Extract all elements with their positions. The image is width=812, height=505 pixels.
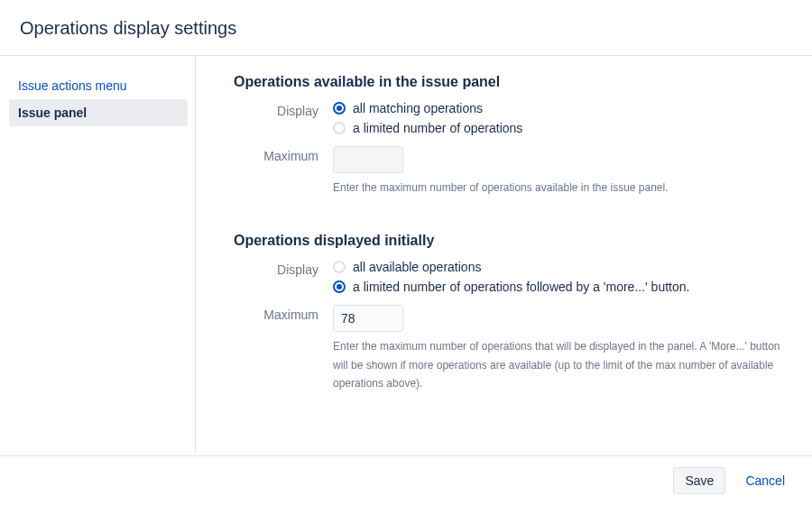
- page-title: Operations display settings: [20, 18, 792, 39]
- sidebar-item-issue-actions-menu[interactable]: Issue actions menu: [9, 72, 188, 99]
- dialog-body: Issue actions menu Issue panel Operation…: [0, 56, 812, 453]
- help-text-available: Enter the maximum number of operations a…: [333, 179, 785, 197]
- input-maximum-initial[interactable]: [333, 305, 403, 332]
- dialog-header: Operations display settings: [0, 0, 812, 55]
- cancel-button[interactable]: Cancel: [734, 467, 796, 494]
- label-maximum-1: Maximum: [234, 146, 333, 163]
- radio-all-matching[interactable]: all matching operations: [333, 101, 785, 115]
- radio-label: a limited number of operations followed …: [353, 280, 689, 294]
- radio-icon: [333, 122, 346, 134]
- radio-icon: [333, 102, 346, 115]
- radio-icon: [333, 261, 346, 273]
- section-title-initial: Operations displayed initially: [234, 233, 785, 249]
- section-title-available: Operations available in the issue panel: [234, 74, 785, 90]
- radio-all-available[interactable]: all available operations: [333, 260, 785, 274]
- radio-label: a limited number of operations: [353, 121, 522, 135]
- save-button[interactable]: Save: [673, 467, 725, 494]
- sidebar: Issue actions menu Issue panel: [0, 56, 196, 453]
- main-content: Operations available in the issue panel …: [196, 56, 812, 453]
- help-text-initial: Enter the maximum number of operations t…: [333, 337, 785, 392]
- radio-icon: [333, 280, 346, 293]
- label-display-2: Display: [234, 260, 333, 277]
- dialog-footer: Save Cancel: [0, 455, 812, 505]
- radio-label: all matching operations: [353, 101, 483, 115]
- radio-limited-1[interactable]: a limited number of operations: [333, 121, 785, 135]
- label-display-1: Display: [234, 101, 333, 118]
- label-maximum-2: Maximum: [234, 305, 333, 322]
- input-maximum-available: [333, 146, 403, 173]
- section-available-operations: Operations available in the issue panel …: [234, 74, 785, 197]
- section-displayed-initially: Operations displayed initially Display a…: [234, 233, 785, 392]
- sidebar-item-issue-panel[interactable]: Issue panel: [9, 99, 188, 126]
- radio-limited-2[interactable]: a limited number of operations followed …: [333, 280, 785, 294]
- radio-label: all available operations: [353, 260, 481, 274]
